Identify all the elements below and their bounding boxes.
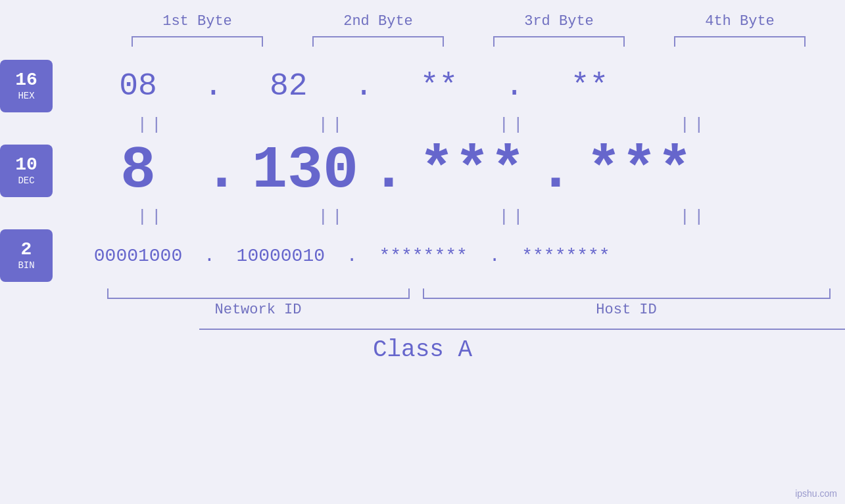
eq1-4: || (621, 115, 766, 135)
bin-b3: ******** (379, 246, 467, 266)
main-container: 1st Byte 2nd Byte 3rd Byte 4th Byte 16 H… (0, 0, 845, 504)
column-headers: 1st Byte 2nd Byte 3rd Byte 4th Byte (107, 13, 831, 30)
equals-row-2: || || || || (61, 207, 785, 227)
col-header-1: 1st Byte (125, 13, 270, 30)
hex-b4-cell: ** (517, 68, 662, 104)
bin-b3-cell: ******** (351, 246, 496, 266)
bin-b4-cell: ******** (493, 246, 638, 266)
dec-b4: *** (586, 137, 692, 204)
dec-b2-cell: 130 (233, 137, 377, 204)
eq1-1: || (79, 115, 224, 135)
col-header-2: 2nd Byte (306, 13, 450, 30)
bracket-1 (132, 36, 263, 47)
bracket-2 (312, 36, 444, 47)
col-header-4: 4th Byte (667, 13, 812, 30)
bin-badge: 2 BIN (0, 229, 53, 282)
dec-badge: 10 DEC (0, 145, 53, 197)
eq1-2: || (260, 115, 404, 135)
bin-bytes: 00001000 . 10000010 . ******** . *******… (66, 246, 845, 266)
hex-b3-cell: ** (367, 68, 512, 104)
equals-row-1: || || || || (61, 115, 785, 135)
bin-b2: 10000010 (237, 246, 325, 266)
dec-bytes: 8 . 130 . *** . *** (66, 137, 845, 204)
class-label: Class A (0, 336, 845, 363)
dec-row: 10 DEC 8 . 130 . *** . *** (0, 137, 845, 204)
dec-b2: 130 (252, 137, 358, 204)
bottom-brackets (107, 288, 831, 299)
hex-b4: ** (571, 68, 609, 104)
network-bracket (107, 288, 410, 299)
class-bracket-line (199, 329, 846, 330)
hex-badge-label: HEX (18, 91, 34, 101)
dec-b3-cell: *** (400, 137, 544, 204)
hex-b1-cell: 08 (66, 68, 210, 104)
eq1-3: || (441, 115, 585, 135)
hex-b2-cell: 82 (216, 68, 361, 104)
bin-badge-label: BIN (18, 260, 34, 271)
dec-badge-num: 10 (15, 156, 37, 174)
host-id-label: Host ID (423, 302, 831, 318)
bin-b1: 00001000 (94, 246, 182, 266)
bin-b1-cell: 00001000 (66, 246, 210, 266)
host-bracket (423, 288, 831, 299)
col-header-3: 3rd Byte (487, 13, 631, 30)
eq2-2: || (260, 207, 404, 227)
dec-badge-label: DEC (18, 175, 34, 186)
dec-b1-cell: 8 (66, 137, 210, 204)
bin-row: 2 BIN 00001000 . 10000010 . ******** . *… (0, 229, 845, 282)
dec-b3: *** (419, 137, 525, 204)
hex-b3: ** (420, 68, 458, 104)
dec-b4-cell: *** (567, 137, 712, 204)
hex-b2: 82 (270, 68, 308, 104)
bin-b4: ******** (521, 246, 610, 266)
hex-b1: 08 (119, 68, 157, 104)
watermark: ipshu.com (795, 488, 837, 499)
hex-row: 16 HEX 08 . 82 . ** . ** (0, 60, 845, 112)
hex-badge-num: 16 (15, 71, 37, 89)
bracket-3 (493, 36, 625, 47)
labels-row: Network ID Host ID (107, 302, 831, 318)
eq2-4: || (621, 207, 766, 227)
hex-bytes: 08 . 82 . ** . ** (66, 68, 845, 104)
eq2-3: || (441, 207, 585, 227)
hex-badge: 16 HEX (0, 60, 53, 112)
top-brackets (107, 36, 831, 47)
bin-badge-num: 2 (21, 241, 32, 259)
eq2-1: || (79, 207, 224, 227)
bin-b2-cell: 10000010 (208, 246, 353, 266)
bottom-section: Network ID Host ID (107, 288, 831, 318)
bracket-4 (674, 36, 806, 47)
dec-b1: 8 (120, 137, 156, 204)
network-id-label: Network ID (107, 302, 410, 318)
